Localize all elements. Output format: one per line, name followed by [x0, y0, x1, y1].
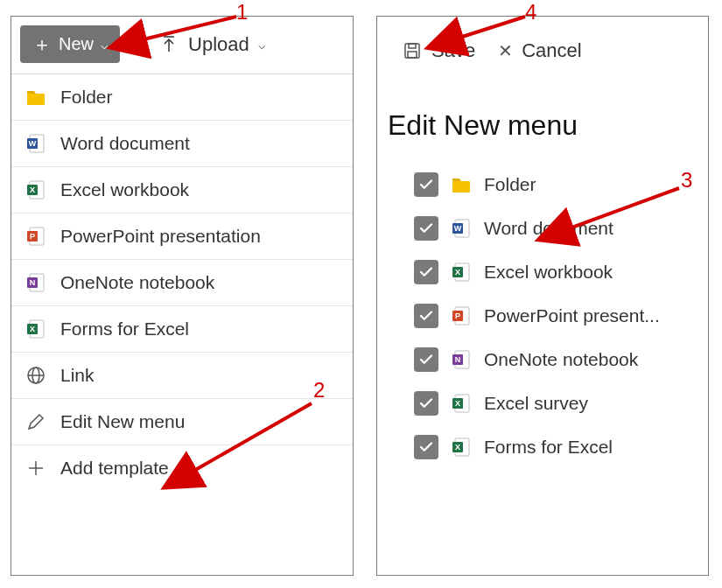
check-item-label: Word document: [484, 218, 613, 239]
check-item-word: Word document: [410, 206, 699, 250]
menu-item-link[interactable]: Link: [11, 353, 353, 399]
pencil-icon: [25, 411, 46, 432]
onenote-icon: [25, 272, 46, 293]
menu-item-add-template[interactable]: Add template: [11, 445, 353, 491]
chevron-down-icon: ⌵: [258, 38, 265, 52]
edit-menu-panel: Save ✕ Cancel Edit New menu Folder Word …: [376, 16, 709, 576]
checkbox[interactable]: [414, 260, 438, 284]
upload-label: Upload: [188, 33, 249, 56]
menu-item-excel[interactable]: Excel workbook: [11, 167, 353, 214]
checkbox[interactable]: [414, 304, 438, 328]
checkbox[interactable]: [414, 216, 438, 241]
menu-item-label: Add template: [60, 458, 169, 479]
check-item-label: PowerPoint present...: [484, 305, 660, 326]
new-menu-list: Folder Word document Excel workbook Powe…: [11, 74, 353, 491]
checkbox[interactable]: [414, 391, 438, 416]
ppt-icon: [25, 226, 46, 247]
edit-menu-list: Folder Word document Excel workbook Powe…: [377, 159, 708, 478]
ppt-icon: [451, 305, 472, 326]
excel-icon: [451, 437, 472, 458]
excel-icon: [25, 318, 46, 340]
menu-item-forms-excel[interactable]: Forms for Excel: [11, 306, 353, 353]
upload-icon: [158, 34, 179, 55]
panel-title: Edit New menu: [377, 74, 708, 159]
new-button[interactable]: ＋ New ⌵: [20, 25, 120, 63]
menu-item-folder[interactable]: Folder: [11, 74, 353, 121]
menu-item-label: Edit New menu: [60, 411, 185, 432]
onenote-icon: [451, 349, 472, 370]
new-menu-panel: ＋ New ⌵ Upload ⌵ Folder Word document Ex…: [11, 16, 354, 576]
toolbar: ＋ New ⌵ Upload ⌵: [11, 17, 353, 74]
menu-item-label: Word document: [60, 133, 190, 154]
check-item-powerpoint: PowerPoint present...: [410, 294, 699, 338]
check-item-label: Forms for Excel: [484, 437, 613, 458]
check-item-excel: Excel workbook: [410, 250, 699, 294]
menu-item-word[interactable]: Word document: [11, 121, 353, 167]
edit-toolbar: Save ✕ Cancel: [377, 17, 708, 74]
word-icon: [451, 218, 472, 239]
word-icon: [25, 133, 46, 154]
save-button[interactable]: Save: [396, 36, 480, 66]
menu-item-edit-new-menu[interactable]: Edit New menu: [11, 399, 353, 445]
checkbox[interactable]: [414, 172, 438, 197]
excel-icon: [25, 179, 46, 200]
plus-icon: [25, 458, 46, 479]
check-item-label: Excel workbook: [484, 262, 613, 283]
menu-item-onenote[interactable]: OneNote notebook: [11, 260, 353, 306]
check-item-label: Folder: [484, 174, 536, 195]
plus-icon: ＋: [32, 35, 52, 54]
globe-icon: [25, 365, 46, 386]
cancel-button[interactable]: ✕ Cancel: [493, 36, 586, 66]
check-item-folder: Folder: [410, 163, 699, 206]
excel-icon: [451, 393, 472, 414]
checkbox[interactable]: [414, 347, 438, 372]
save-icon: [402, 40, 423, 61]
save-label: Save: [431, 39, 475, 62]
close-icon: ✕: [498, 40, 513, 61]
menu-item-label: OneNote notebook: [60, 272, 214, 293]
check-item-label: Excel survey: [484, 393, 588, 414]
folder-icon: [25, 87, 46, 108]
check-item-label: OneNote notebook: [484, 349, 638, 370]
chevron-down-icon: ⌵: [101, 38, 108, 52]
menu-item-label: Link: [60, 365, 95, 386]
folder-icon: [451, 174, 472, 195]
excel-icon: [451, 262, 472, 283]
cancel-label: Cancel: [522, 39, 581, 62]
menu-item-label: Forms for Excel: [60, 318, 189, 340]
check-item-excel-survey: Excel survey: [410, 382, 699, 425]
upload-button[interactable]: Upload ⌵: [153, 26, 270, 63]
check-item-forms-excel: Forms for Excel: [410, 425, 699, 469]
new-button-label: New: [59, 34, 94, 54]
checkbox[interactable]: [414, 435, 438, 459]
menu-item-powerpoint[interactable]: PowerPoint presentation: [11, 214, 353, 260]
check-item-onenote: OneNote notebook: [410, 338, 699, 382]
menu-item-label: PowerPoint presentation: [60, 226, 261, 247]
menu-item-label: Excel workbook: [60, 179, 189, 200]
menu-item-label: Folder: [60, 87, 113, 108]
